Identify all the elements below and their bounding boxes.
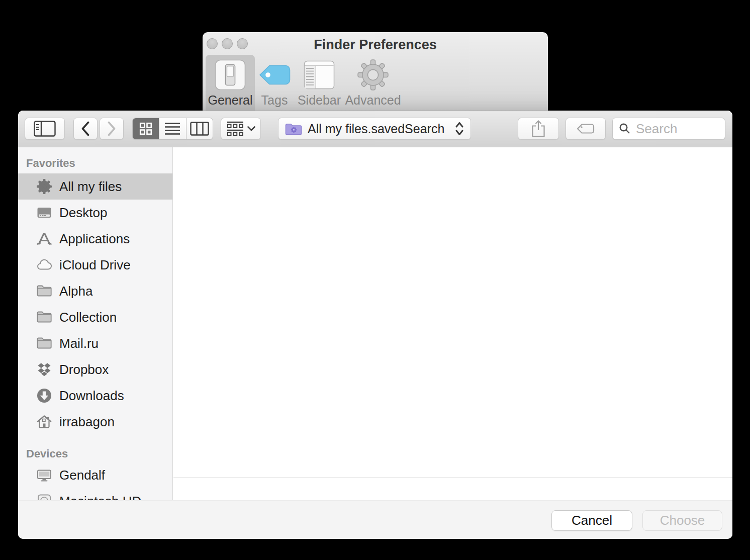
tab-general-label: General — [208, 93, 253, 108]
group-items-icon — [227, 121, 244, 136]
back-button[interactable] — [73, 118, 98, 140]
search-input[interactable] — [635, 121, 717, 137]
gear-icon — [36, 178, 52, 195]
folder-icon — [36, 283, 52, 299]
sidebar-item-label: Macintosh HD — [59, 494, 141, 501]
tab-advanced[interactable]: Advanced — [351, 55, 395, 117]
home-icon — [36, 414, 52, 430]
tab-tags-label: Tags — [261, 93, 288, 108]
search-icon — [619, 123, 631, 135]
grid-view-icon — [139, 122, 152, 135]
sidebar-item-label: Dropbox — [59, 362, 109, 378]
sidebar-item-collection[interactable]: Collection — [18, 304, 172, 330]
sidebar-item-irrabagon[interactable]: irrabagon — [18, 409, 172, 435]
sidebar-window-icon — [304, 59, 335, 90]
sidebar-item-all-my-files[interactable]: All my files — [18, 173, 172, 200]
list-view-icon — [164, 122, 180, 135]
finder-preferences-window: Finder Preferences General Tags — [203, 32, 548, 113]
cloud-icon — [36, 257, 52, 273]
tag-blue-icon — [258, 59, 291, 90]
arrange-button[interactable] — [221, 118, 261, 140]
sidebar-item-desktop[interactable]: Desktop — [18, 200, 172, 226]
toggle-sidebar-button[interactable] — [25, 118, 65, 140]
downloads-icon — [36, 388, 52, 404]
popup-up-down-chevrons-icon — [455, 121, 464, 137]
location-popup-button[interactable]: All my files.savedSearch — [278, 118, 471, 140]
tab-sidebar[interactable]: Sidebar — [298, 55, 341, 117]
sidebar-item-label: Mail.ru — [59, 336, 99, 351]
tags-button[interactable] — [566, 118, 606, 140]
sidebar-item-dropbox[interactable]: Dropbox — [18, 356, 172, 383]
sidebar-item-alpha[interactable]: Alpha — [18, 278, 172, 304]
sidebar-item-downloads[interactable]: Downloads — [18, 383, 172, 409]
cancel-button[interactable]: Cancel — [551, 510, 632, 531]
browser-bottom-divider — [173, 478, 732, 478]
sidebar-item-mail-ru[interactable]: Mail.ru — [18, 330, 172, 356]
share-button[interactable] — [518, 118, 559, 140]
tab-tags[interactable]: Tags — [253, 55, 296, 117]
devices-section-header: Devices — [26, 446, 172, 462]
display-icon — [36, 467, 52, 483]
sidebar-item-label: Desktop — [59, 205, 107, 221]
smart-folder-icon — [285, 122, 302, 136]
file-chooser-dialog: All my files.savedSearch — [18, 111, 732, 539]
dropbox-icon — [36, 361, 52, 378]
harddrive-icon — [36, 493, 52, 500]
window-title: Finder Preferences — [203, 37, 548, 53]
search-field[interactable] — [612, 118, 725, 140]
chevron-down-icon — [247, 126, 255, 131]
location-popup-label: All my files.savedSearch — [308, 122, 449, 136]
chevron-left-icon — [80, 121, 90, 136]
sidebar-item-label: iCloud Drive — [59, 257, 131, 273]
sidebar-item-label: Downloads — [59, 388, 124, 404]
view-mode-segmented-control — [132, 118, 213, 140]
sidebar-item-label: Applications — [59, 231, 130, 247]
tab-sidebar-label: Sidebar — [298, 93, 341, 108]
sidebar-item-label: irrabagon — [59, 414, 115, 430]
list-view-button[interactable] — [159, 118, 186, 139]
tab-general[interactable]: General — [206, 55, 255, 117]
forward-button[interactable] — [100, 118, 124, 140]
tab-advanced-label: Advanced — [345, 93, 401, 108]
share-icon — [531, 120, 546, 138]
column-view-icon — [190, 122, 209, 136]
sidebar-item-label: All my files — [59, 179, 122, 195]
sidebar-item-macintosh-hd[interactable]: Macintosh HD — [18, 488, 172, 500]
choose-button[interactable]: Choose — [642, 510, 722, 531]
general-toggle-icon — [215, 59, 246, 90]
tag-icon — [576, 122, 595, 135]
sidebar-item-label: Alpha — [59, 284, 93, 299]
icon-view-button[interactable] — [133, 118, 159, 139]
favorites-section-header: Favorites — [26, 155, 172, 171]
desktop-icon — [36, 205, 52, 221]
sidebar-item-applications[interactable]: Applications — [18, 226, 172, 252]
folder-icon — [36, 309, 52, 325]
dialog-toolbar: All my files.savedSearch — [18, 111, 732, 147]
folder-icon — [36, 335, 52, 351]
sidebar-item-gendalf[interactable]: Gendalf — [18, 462, 172, 488]
gear-large-icon — [357, 59, 389, 90]
chevron-right-icon — [107, 121, 117, 136]
sidebar-item-label: Collection — [59, 310, 117, 325]
applications-icon — [36, 231, 52, 247]
sidebar-toggle-icon — [34, 121, 56, 137]
sidebar-item-label: Gendalf — [59, 468, 105, 483]
dialog-sidebar: Favorites All my files Desktop Applicati… — [18, 147, 173, 500]
file-browser-area[interactable] — [173, 147, 732, 500]
dialog-footer: Cancel Choose — [18, 500, 732, 539]
sidebar-item-icloud-drive[interactable]: iCloud Drive — [18, 252, 172, 278]
column-view-button[interactable] — [186, 118, 213, 139]
